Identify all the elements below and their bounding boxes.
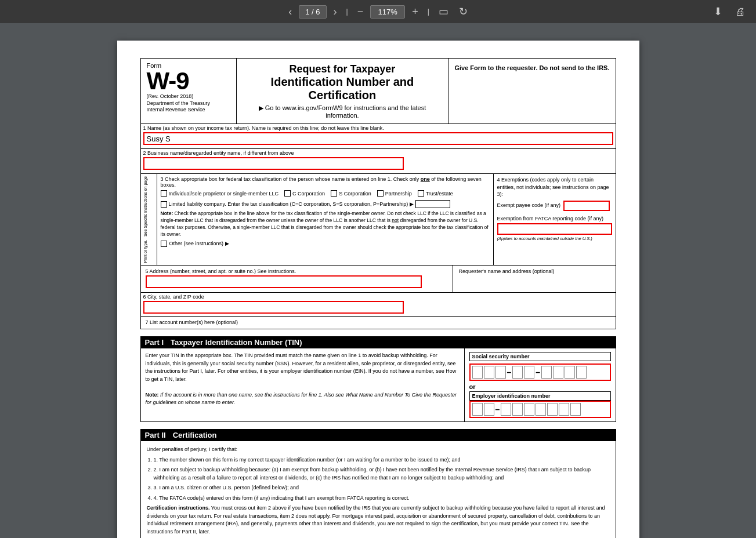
ssn-cell-7[interactable] [553,366,563,379]
dept-name: Department of the Treasury [147,100,230,107]
ssn-input-group: – – [469,363,611,381]
fatca-input[interactable] [497,223,612,235]
ein-cell-9[interactable] [570,403,581,416]
ein-input-group: – [469,401,611,418]
ssn-dash-1: – [507,368,512,377]
ssn-cell-3[interactable] [495,366,506,379]
line1-label: 1 Name (as shown on your income tax retu… [141,124,616,131]
ein-cell-6[interactable] [536,403,546,416]
tin-note-label: Note: [146,392,159,398]
cert-instructions: Certification instructions. You must cro… [147,504,610,536]
llc-checkbox[interactable] [161,201,167,208]
ssn-cell-8[interactable] [565,366,575,379]
zoom-in-button[interactable]: + [408,5,422,19]
ein-cell-8[interactable] [559,403,569,416]
requester-block: Requester's name and address (optional) [453,266,616,292]
cert-item-2: 2. I am not subject to backup withholdin… [154,466,610,482]
toolbar-right: ⬇ 🖨 [710,4,749,19]
download-button[interactable]: ⬇ [710,4,726,19]
line2-section: 2 Business name/disregarded entity name,… [140,149,616,174]
partnership-checkbox-item: Partnership [377,190,412,197]
other-label: Other (see instructions) ▶ [169,241,229,246]
individual-checkbox-item: Individual/sole proprietor or single-mem… [161,190,279,197]
trust-checkbox[interactable] [418,190,424,197]
line1-input[interactable] [143,132,613,145]
address-left: 5 Address (number, street, and apt. or s… [141,266,453,292]
tax-note: Note: Check the appropriate box in the l… [161,210,490,238]
ein-cell-4[interactable] [512,403,523,416]
partnership-checkbox[interactable] [377,190,384,197]
trust-checkbox-item: Trust/estate [418,190,453,197]
tin-section: Enter your TIN in the appropriate box. T… [140,348,616,422]
c-corp-checkbox[interactable] [284,190,291,197]
line2-input[interactable] [143,157,404,170]
line7-label: 7 List account number(s) here (optional) [143,318,613,325]
s-corp-label: S Corporation [339,191,371,197]
ein-dash: – [495,405,500,414]
note-not: not [392,217,399,223]
line6-section: 6 City, state, and ZIP code [140,293,616,317]
individual-checkbox[interactable] [161,190,167,197]
tin-note: Note: If the account is in more than one… [146,391,460,407]
llc-text-input[interactable] [415,200,450,208]
rotate-button[interactable]: ↻ [455,4,471,19]
toolbar: ‹ 1 / 6 › | − 117% + | ▭ ↻ ⬇ 🖨 [0,0,756,23]
form-give-block: Give Form to the requester. Do not send … [448,59,615,123]
llc-label: Limited liability company. Enter the tax… [169,201,414,207]
cert-inst-label: Certification instructions. [147,505,210,511]
form-page: Form W-9 (Rev. October 2018) Department … [117,41,639,538]
line2-label: 2 Business name/disregarded entity name,… [141,149,616,156]
line5-label: 5 Address (number, street, and apt. or s… [143,267,450,274]
ssn-label: Social security number [469,352,611,361]
part2-title: Certification [173,431,217,439]
ein-cell-2[interactable] [484,403,494,416]
form-url: ▶ Go to www.irs.gov/FormW9 for instructi… [243,104,443,119]
tin-instructions-block: Enter your TIN in the appropriate box. T… [141,348,465,421]
sidebar-text-block: Print or type. See Specific Instructions… [141,174,157,265]
checkbox-row: Individual/sole proprietor or single-mem… [161,190,490,197]
tin-instructions: Enter your TIN in the appropriate box. T… [146,352,460,383]
note-label: Note: [161,210,173,216]
cert-under: Under penalties of perjury, I certify th… [147,446,610,454]
line5-input[interactable] [146,275,422,288]
toolbar-center: ‹ 1 / 6 › | − 117% + | ▭ ↻ [285,4,471,19]
trust-label: Trust/estate [426,191,453,197]
ssn-cell-4[interactable] [512,366,523,379]
ssn-cell-2[interactable] [484,366,494,379]
s-corp-checkbox[interactable] [331,190,337,197]
line6-input[interactable] [143,301,404,314]
exempt-payee-input[interactable] [563,201,610,211]
tax-class-main: 3 Check appropriate box for federal tax … [157,174,494,265]
ein-cell-7[interactable] [547,403,558,416]
form-id-block: Form W-9 (Rev. October 2018) Department … [141,59,237,123]
certification-content: Under penalties of perjury, I certify th… [140,441,616,538]
llc-row: Limited liability company. Enter the tax… [161,200,490,208]
print-button[interactable]: 🖨 [732,4,749,19]
zoom-out-button[interactable]: − [354,5,367,19]
tax-class-section: Print or type. See Specific Instructions… [140,174,616,266]
ssn-cell-6[interactable] [541,366,552,379]
line7-section: 7 List account number(s) here (optional) [140,317,616,329]
ssn-dash-2: – [536,368,540,377]
other-checkbox[interactable] [161,241,167,247]
ssn-cell-5[interactable] [524,366,534,379]
ein-cell-3[interactable] [501,403,511,416]
current-page: 1 [305,8,309,16]
c-corp-label: C Corporation [292,191,325,197]
prev-page-button[interactable]: ‹ [285,5,295,19]
page-indicator: 1 / 6 [299,5,326,19]
form-title-block: Request for Taxpayer Identification Numb… [237,59,449,123]
ein-cell-5[interactable] [524,403,534,416]
fit-page-button[interactable]: ▭ [435,4,452,19]
individual-label: Individual/sole proprietor or single-mem… [169,191,279,197]
cert-item-3: 3. I am a U.S. citizen or other U.S. per… [154,484,610,492]
ein-cell-1[interactable] [472,403,483,416]
line5-section: 5 Address (number, street, and apt. or s… [140,266,616,293]
ein-label: Employer identification number [469,391,611,401]
ssn-cell-9[interactable] [576,366,587,379]
fatca-note: (Applies to accounts maintained outside … [497,236,612,241]
ssn-cell-1[interactable] [472,366,483,379]
partnership-label: Partnership [385,191,412,197]
next-page-button[interactable]: › [330,5,341,19]
c-corp-checkbox-item: C Corporation [284,190,325,197]
